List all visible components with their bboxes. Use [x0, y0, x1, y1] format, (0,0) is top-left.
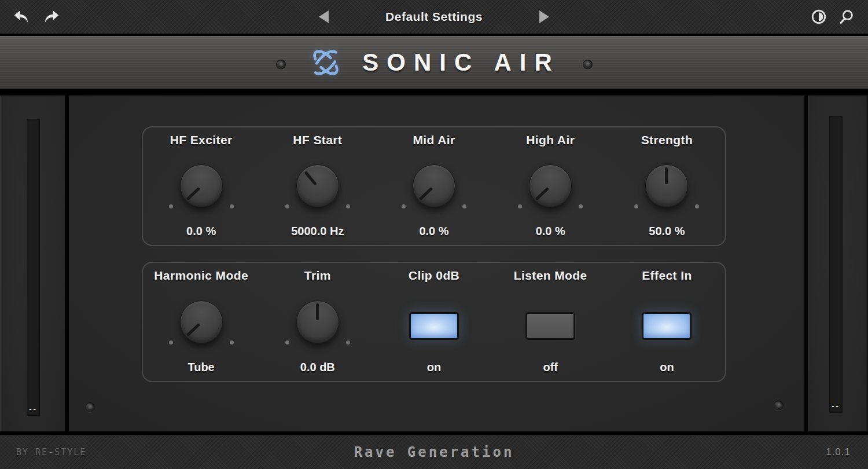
control-label: HF Exciter — [170, 133, 233, 147]
knob-min-dot-icon — [285, 340, 289, 345]
knob-min-dot-icon — [169, 204, 173, 208]
top-toolbar: Default Settings — [0, 0, 868, 34]
control-label: Strength — [641, 133, 693, 147]
knob-pointer-icon — [665, 167, 668, 184]
control-value: off — [543, 361, 558, 374]
knob-max-dot-icon — [695, 204, 699, 208]
control-trim: Trim 0.0 dB — [259, 263, 376, 381]
control-label: Clip 0dB — [409, 269, 459, 283]
control-label: HF Start — [293, 133, 342, 147]
knob-group-bottom: Harmonic Mode Tube Trim — [142, 262, 726, 382]
control-hf-exciter: HF Exciter 0.0 % — [143, 127, 259, 245]
knob-min-dot-icon — [402, 204, 406, 208]
knob-max-dot-icon — [579, 204, 583, 208]
knob-wrap — [270, 293, 365, 351]
effect-in-led-button[interactable] — [642, 312, 692, 340]
zoom-button[interactable] — [836, 6, 858, 28]
control-panel: HF Exciter 0.0 % HF Start — [69, 96, 804, 431]
control-label: Harmonic Mode — [154, 269, 248, 283]
meter-readout-right: -- — [829, 402, 843, 411]
control-label: Mid Air — [413, 133, 455, 147]
control-effect-in: Effect In on — [609, 263, 725, 381]
control-value: 0.0 % — [536, 225, 565, 238]
knob-pointer-icon — [304, 171, 317, 185]
version-text: 1.0.1 — [826, 446, 851, 458]
orbit-atom-logo-icon — [308, 45, 344, 80]
control-hf-start: HF Start 5000.0 Hz — [259, 127, 376, 245]
knob-max-dot-icon — [462, 204, 466, 208]
control-harmonic-mode: Harmonic Mode Tube — [143, 263, 259, 381]
control-value: on — [660, 361, 674, 374]
control-value: Tube — [187, 361, 214, 374]
knob-max-dot-icon — [346, 340, 350, 345]
level-meter-left: -- — [27, 119, 40, 416]
magnifier-icon — [838, 9, 855, 25]
preset-name[interactable]: Default Settings — [385, 10, 483, 24]
knob-wrap — [619, 157, 714, 215]
knob-pointer-icon — [186, 323, 200, 336]
hf-start-knob[interactable] — [296, 164, 339, 207]
knob-max-dot-icon — [230, 204, 234, 208]
meter-readout-left: -- — [27, 405, 40, 413]
separator — [0, 89, 868, 96]
control-mid-air: Mid Air 0.0 % — [376, 127, 492, 245]
control-label: Listen Mode — [514, 269, 587, 283]
control-value: on — [427, 361, 441, 374]
clip-0db-led-button[interactable] — [409, 312, 459, 340]
knob-pointer-icon — [419, 187, 433, 200]
mid-air-knob[interactable] — [413, 164, 455, 207]
meter-rail-right: -- — [808, 96, 868, 431]
harmonic-mode-knob[interactable] — [180, 301, 223, 343]
control-label: Trim — [304, 269, 331, 283]
knob-min-dot-icon — [285, 204, 289, 208]
knob-min-dot-icon — [634, 204, 638, 208]
contrast-button[interactable] — [808, 6, 830, 28]
knob-group-top: HF Exciter 0.0 % HF Start — [142, 126, 726, 246]
knob-pointer-icon — [316, 303, 319, 320]
listen-mode-led-button[interactable] — [525, 312, 575, 340]
knob-wrap — [387, 157, 481, 215]
control-strength: Strength 50.0 % — [609, 127, 725, 245]
level-meter-right: -- — [829, 116, 843, 413]
plugin-title: SONIC AIR — [359, 49, 560, 76]
main-area: -- HF Exciter 0.0 % — [0, 96, 868, 431]
header-panel: SONIC AIR — [0, 36, 868, 89]
preset-prev-button[interactable] — [319, 10, 329, 23]
control-label: High Air — [526, 133, 575, 147]
preset-next-button[interactable] — [539, 10, 549, 23]
control-value: 0.0 % — [419, 225, 448, 238]
meter-rail-left: -- — [0, 96, 65, 431]
knob-wrap — [154, 293, 249, 351]
knob-max-dot-icon — [230, 340, 234, 345]
screw-icon — [774, 401, 784, 411]
knob-min-dot-icon — [169, 340, 173, 345]
control-value: 5000.0 Hz — [291, 225, 344, 238]
control-listen-mode: Listen Mode off — [492, 263, 609, 381]
knob-pointer-icon — [186, 187, 200, 200]
control-value: 0.0 % — [186, 225, 216, 238]
plugin-window: Default Settings — [0, 0, 868, 469]
knob-wrap — [503, 157, 598, 215]
hf-exciter-knob[interactable] — [180, 164, 223, 207]
knob-max-dot-icon — [346, 204, 350, 208]
footer-bar: BY RE-STYLE Rave Generation 1.0.1 — [0, 435, 868, 469]
control-value: 0.0 dB — [300, 361, 335, 374]
contrast-icon — [811, 9, 827, 25]
trim-knob[interactable] — [296, 301, 339, 343]
control-value: 50.0 % — [649, 225, 685, 238]
control-clip-0db: Clip 0dB on — [376, 263, 492, 381]
product-name: Rave Generation — [0, 444, 868, 460]
screw-icon — [85, 402, 95, 412]
brand: SONIC AIR — [0, 36, 868, 89]
control-high-air: High Air 0.0 % — [492, 127, 609, 245]
knob-wrap — [154, 157, 249, 215]
control-label: Effect In — [642, 269, 692, 283]
high-air-knob[interactable] — [529, 164, 572, 207]
knob-pointer-icon — [535, 187, 550, 200]
strength-knob[interactable] — [645, 164, 688, 207]
knob-wrap — [270, 157, 365, 215]
knob-min-dot-icon — [518, 204, 522, 208]
